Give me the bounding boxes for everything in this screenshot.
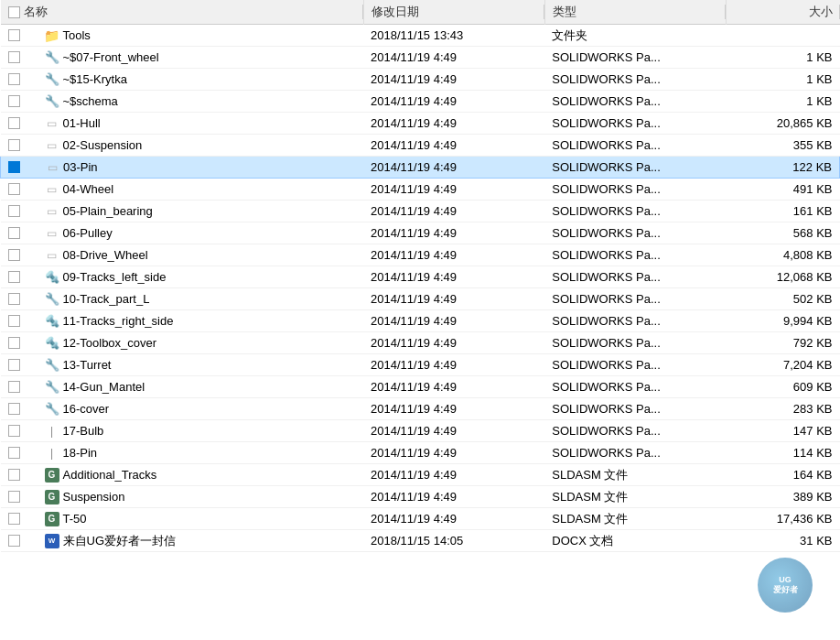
table-row[interactable]: 🔩09-Tracks_left_side2014/11/19 4:49SOLID… [1,266,840,288]
row-checkbox[interactable] [8,227,20,239]
row-checkbox[interactable] [8,469,20,481]
row-checkbox[interactable] [8,513,20,525]
row-checkbox-area[interactable] [8,381,41,393]
row-checkbox-area[interactable] [8,315,41,327]
table-row[interactable]: 🔧~$15-Krytka2014/11/19 4:49SOLIDWORKS Pa… [1,69,840,91]
row-checkbox[interactable] [8,161,20,173]
sw-file-icon: ▭ [45,116,59,131]
row-checkbox-area[interactable] [8,337,41,349]
row-checkbox-area[interactable] [8,139,41,151]
table-row[interactable]: ▭03-Pin2014/11/19 4:49SOLIDWORKS Pa...12… [1,157,840,179]
column-header-type[interactable]: 类型 [544,0,726,25]
file-name-label: 02-Suspension [63,138,143,152]
row-checkbox-area[interactable] [8,293,41,305]
row-checkbox[interactable] [8,403,20,415]
header-checkbox[interactable] [8,6,20,18]
sw-file-icon: ▭ [45,248,59,263]
file-type-cell: SLDASM 文件 [544,508,726,530]
column-header-name[interactable]: 名称 [1,0,364,25]
table-row[interactable]: 🔧14-Gun_Mantel2014/11/19 4:49SOLIDWORKS … [1,376,840,398]
table-row[interactable]: 🔩11-Tracks_right_side2014/11/19 4:49SOLI… [1,310,840,332]
row-checkbox[interactable] [8,95,20,107]
file-type-cell: SOLIDWORKS Pa... [544,398,726,420]
table-row[interactable]: 📁Tools2018/11/15 13:43文件夹 [1,25,840,47]
table-row[interactable]: |18-Pin2014/11/19 4:49SOLIDWORKS Pa...11… [1,442,840,464]
row-checkbox[interactable] [8,359,20,371]
row-checkbox[interactable] [8,183,20,195]
table-row[interactable]: GSuspension2014/11/19 4:49SLDASM 文件389 K… [1,486,840,508]
file-name-cell: 🔧~$07-Front_wheel [1,47,364,69]
row-checkbox-area[interactable] [8,183,41,195]
table-row[interactable]: ▭08-Drive_Wheel2014/11/19 4:49SOLIDWORKS… [1,244,840,266]
table-row[interactable]: GT-502014/11/19 4:49SLDASM 文件17,436 KB [1,508,840,530]
row-checkbox[interactable] [8,535,20,547]
row-checkbox-area[interactable] [8,491,41,503]
row-checkbox[interactable] [8,73,20,85]
row-checkbox-area[interactable] [8,161,41,173]
row-checkbox-area[interactable] [8,447,41,459]
row-checkbox[interactable] [8,249,20,261]
table-row[interactable]: 🔧16-cover2014/11/19 4:49SOLIDWORKS Pa...… [1,398,840,420]
row-checkbox[interactable] [8,381,20,393]
table-row[interactable]: 🔩12-Toolbox_cover2014/11/19 4:49SOLIDWOR… [1,332,840,354]
row-checkbox[interactable] [8,205,20,217]
row-checkbox-area[interactable] [8,205,41,217]
docx-icon: W [45,534,59,548]
table-row[interactable]: W来自UG爱好者一封信2018/11/15 14:05DOCX 文档31 KB [1,530,840,552]
file-size-cell: 283 KB [727,398,840,420]
row-checkbox-area[interactable] [8,29,41,41]
file-date-cell: 2014/11/19 4:49 [363,442,544,464]
row-checkbox-area[interactable] [8,95,41,107]
row-checkbox-area[interactable] [8,271,41,283]
file-size-cell: 1 KB [727,69,840,91]
row-checkbox-area[interactable] [8,403,41,415]
column-header-size[interactable]: 大小 [727,0,840,25]
table-row[interactable]: 🔧13-Turret2014/11/19 4:49SOLIDWORKS Pa..… [1,354,840,376]
table-row[interactable]: 🔧~$07-Front_wheel2014/11/19 4:49SOLIDWOR… [1,47,840,69]
file-name-cell: 🔩09-Tracks_left_side [1,266,364,288]
row-checkbox-area[interactable] [8,117,41,129]
row-checkbox-area[interactable] [8,359,41,371]
table-row[interactable]: |17-Bulb2014/11/19 4:49SOLIDWORKS Pa...1… [1,420,840,442]
column-header-date[interactable]: 修改日期 [363,0,544,25]
table-row[interactable]: 🔧~$schema2014/11/19 4:49SOLIDWORKS Pa...… [1,91,840,113]
row-checkbox-area[interactable] [8,227,41,239]
file-name-cell: ▭03-Pin [1,157,364,179]
table-row[interactable]: GAdditional_Tracks2014/11/19 4:49SLDASM … [1,464,840,486]
table-row[interactable]: ▭02-Suspension2014/11/19 4:49SOLIDWORKS … [1,135,840,157]
track-icon: 🔩 [45,336,59,351]
row-checkbox[interactable] [8,293,20,305]
table-row[interactable]: 🔧10-Track_part_L2014/11/19 4:49SOLIDWORK… [1,288,840,310]
row-checkbox[interactable] [8,337,20,349]
file-type-cell: SOLIDWORKS Pa... [544,288,726,310]
row-checkbox[interactable] [8,29,20,41]
file-name-cell: ▭01-Hull [1,113,364,135]
row-checkbox-area[interactable] [8,51,41,63]
row-checkbox-area[interactable] [8,425,41,437]
row-checkbox[interactable] [8,315,20,327]
row-checkbox[interactable] [8,425,20,437]
table-row[interactable]: ▭04-Wheel2014/11/19 4:49SOLIDWORKS Pa...… [1,179,840,201]
file-date-cell: 2014/11/19 4:49 [363,244,544,266]
file-size-cell: 4,808 KB [727,244,840,266]
row-checkbox[interactable] [8,491,20,503]
file-name-cell: ▭05-Plain_bearing [1,201,364,222]
sw-part-icon: 🔧 [45,94,59,109]
row-checkbox-area[interactable] [8,249,41,261]
row-checkbox-area[interactable] [8,513,41,525]
row-checkbox-area[interactable] [8,535,41,547]
part-icon: 🔧 [45,380,59,395]
row-checkbox[interactable] [8,117,20,129]
table-row[interactable]: ▭05-Plain_bearing2014/11/19 4:49SOLIDWOR… [1,201,840,222]
row-checkbox[interactable] [8,51,20,63]
table-row[interactable]: ▭06-Pulley2014/11/19 4:49SOLIDWORKS Pa..… [1,222,840,244]
track-icon: 🔩 [45,270,59,285]
row-checkbox-area[interactable] [8,469,41,481]
table-row[interactable]: ▭01-Hull2014/11/19 4:49SOLIDWORKS Pa...2… [1,113,840,135]
row-checkbox[interactable] [8,139,20,151]
row-checkbox[interactable] [8,447,20,459]
row-checkbox-area[interactable] [8,73,41,85]
sw-part-icon: 🔧 [45,72,59,87]
row-checkbox[interactable] [8,271,20,283]
file-size-cell: 20,865 KB [727,113,840,135]
